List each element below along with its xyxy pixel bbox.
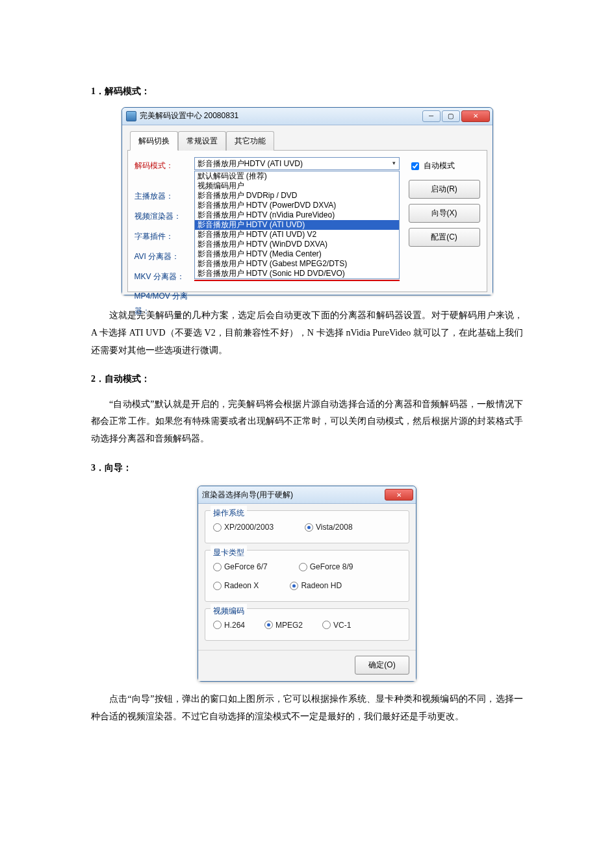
radio-os-xp[interactable]: XP/2000/2003 [213, 520, 274, 535]
group-codec-legend: 视频编码 [211, 604, 247, 619]
label-mkv: MKV 分离器： [134, 268, 194, 284]
ok-button[interactable]: 确定(O) [355, 656, 409, 675]
mode-option[interactable]: 影音播放用户 HDTV (Gabest MPEG2/DTS) [195, 259, 399, 269]
label-mode: 解码模式： [134, 157, 194, 173]
close-icon: ✕ [473, 110, 478, 122]
radio-radeonx[interactable]: Radeon X [213, 578, 259, 593]
os-row: XP/2000/2003 Vista/2008 [213, 520, 401, 535]
gpu-row-2: Radeon X Radeon HD [213, 578, 401, 593]
start-button[interactable]: 启动(R) [409, 180, 480, 199]
dialog-titlebar: 渲染器选择向导(用于硬解) ✕ [198, 486, 416, 504]
mode-option[interactable]: 影音播放用户 HDTV (Sonic HD DVD/EVO) [195, 269, 399, 279]
section-3-heading: 3．向导： [91, 460, 523, 477]
tab-other[interactable]: 其它功能 [226, 131, 274, 151]
window-titlebar: 完美解码设置中心 20080831 ─ ▢ ✕ [122, 108, 492, 125]
tab-strip: 解码切换 常规设置 其它功能 [127, 130, 487, 151]
mode-option[interactable]: 影音播放用户 HDTV (PowerDVD DXVA) [195, 201, 399, 210]
group-os-legend: 操作系统 [211, 506, 247, 521]
radio-label: VC-1 [333, 618, 351, 633]
form-right-column: 自动模式 启动(R) 向导(X) 配置(C) [409, 157, 480, 285]
close-icon: ✕ [396, 489, 402, 501]
dialog-title: 渲染器选择向导(用于硬解) [202, 488, 293, 502]
radio-vc1[interactable]: VC-1 [322, 618, 351, 633]
label-player: 主播放器： [134, 188, 194, 204]
radio-label: Radeon X [224, 578, 259, 593]
settings-window: 完美解码设置中心 20080831 ─ ▢ ✕ 解码切换 常规设置 其它功能 [122, 107, 493, 296]
radio-icon [322, 621, 331, 629]
window-client: 解码切换 常规设置 其它功能 解码模式： 影音播放用户HDTV (ATI UVD… [122, 125, 492, 295]
codec-row: H.264 MPEG2 VC-1 [213, 618, 401, 633]
radio-icon [299, 563, 307, 571]
mode-option[interactable]: 默认解码设置 (推荐) [195, 171, 399, 181]
wizard-dialog: 渲染器选择向导(用于硬解) ✕ 操作系统 XP/2000/2003 [198, 486, 416, 682]
maximize-icon: ▢ [448, 110, 454, 122]
dialog-footer: 确定(O) [198, 650, 416, 681]
radio-label: MPEG2 [275, 618, 303, 633]
mode-option-selected[interactable]: 影音播放用户 HDTV (ATI UVD) [195, 220, 399, 230]
dialog-close-button[interactable]: ✕ [385, 489, 413, 501]
radio-label: GeForce 8/9 [310, 560, 353, 575]
titlebar-left: 完美解码设置中心 20080831 [126, 108, 239, 123]
mode-option[interactable]: 影音播放用户 HDTV (ATI UVD) V2 [195, 230, 399, 240]
section-2-heading: 2．自动模式： [91, 371, 523, 388]
radio-label: XP/2000/2003 [224, 520, 274, 535]
radio-icon [213, 621, 222, 629]
label-mp4: MP4/MOV 分离器： [134, 288, 194, 319]
mode-option[interactable]: 影音播放用户 HDTV (nVidia PureVideo) [195, 210, 399, 220]
dialog-buttons: ✕ [385, 489, 413, 501]
mode-option[interactable]: 影音播放用户 HDTV (Media Center) [195, 249, 399, 259]
paragraph-2: “自动模式”默认就是开启的，完美解码将会根据片源自动选择合适的分离器和音频解码器… [91, 396, 523, 448]
radio-h264[interactable]: H.264 [213, 618, 245, 633]
dialog-titlebar-left: 渲染器选择向导(用于硬解) [202, 488, 293, 502]
radio-label: Vista/2008 [316, 520, 353, 535]
mode-combobox[interactable]: 影音播放用户HDTV (ATI UVD) ▾ [194, 157, 400, 170]
close-button[interactable]: ✕ [461, 110, 490, 122]
document-page: 1．解码模式： 完美解码设置中心 20080831 ─ ▢ ✕ 解 [0, 0, 614, 772]
radio-os-vista[interactable]: Vista/2008 [305, 520, 353, 535]
minimize-icon: ─ [429, 110, 433, 122]
radio-icon [264, 621, 273, 629]
gpu-row-1: GeForce 6/7 GeForce 8/9 [213, 560, 401, 575]
label-subtitle: 字幕插件： [134, 228, 194, 244]
radio-mpeg2[interactable]: MPEG2 [264, 618, 303, 633]
mode-option[interactable]: 影音播放用户 DVDRip / DVD [195, 191, 399, 201]
maximize-button[interactable]: ▢ [442, 110, 460, 122]
window-title: 完美解码设置中心 20080831 [140, 108, 239, 123]
radio-icon [305, 523, 313, 532]
mode-option[interactable]: 视频编码用户 [195, 181, 399, 191]
section-1-heading: 1．解码模式： [91, 83, 523, 101]
form-left-column: 解码模式： 影音播放用户HDTV (ATI UVD) ▾ 默认解码设置 (推荐)… [134, 157, 402, 285]
mode-combo-value: 影音播放用户HDTV (ATI UVD) [198, 157, 303, 170]
tab-general[interactable]: 常规设置 [178, 131, 226, 151]
radio-geforce67[interactable]: GeForce 6/7 [213, 560, 268, 575]
label-avi: AVI 分离器： [134, 248, 194, 264]
radio-radeonhd[interactable]: Radeon HD [290, 578, 342, 593]
auto-mode-checkbox[interactable]: 自动模式 [409, 158, 480, 173]
paragraph-3: 点击“向导”按钮，弹出的窗口如上图所示，它可以根据操作系统、显卡种类和视频编码的… [91, 691, 523, 725]
group-gpu-legend: 显卡类型 [211, 545, 247, 560]
chevron-down-icon: ▾ [389, 158, 399, 168]
radio-icon [213, 563, 222, 571]
wizard-button[interactable]: 向导(X) [409, 204, 480, 223]
mode-combo-wrap: 影音播放用户HDTV (ATI UVD) ▾ 默认解码设置 (推荐) 视频编码用… [194, 157, 400, 281]
window-buttons: ─ ▢ ✕ [422, 110, 490, 122]
radio-icon [290, 582, 298, 590]
auto-mode-check[interactable] [411, 162, 419, 170]
label-renderer: 视频渲染器： [134, 208, 194, 224]
radio-icon [213, 523, 222, 532]
config-button[interactable]: 配置(C) [409, 228, 480, 247]
mode-dropdown-list: 默认解码设置 (推荐) 视频编码用户 影音播放用户 DVDRip / DVD 影… [194, 171, 400, 279]
radio-label: GeForce 6/7 [224, 560, 268, 575]
app-icon [126, 111, 136, 121]
mode-option[interactable]: 影音播放用户 HDTV (WinDVD DXVA) [195, 240, 399, 249]
tab-body: 解码模式： 影音播放用户HDTV (ATI UVD) ▾ 默认解码设置 (推荐)… [127, 151, 487, 292]
radio-icon [213, 582, 222, 590]
tab-decode[interactable]: 解码切换 [130, 131, 178, 151]
group-codec: 视频编码 H.264 MPEG2 VC-1 [205, 608, 409, 641]
auto-mode-label: 自动模式 [424, 158, 455, 173]
minimize-button[interactable]: ─ [422, 110, 441, 122]
group-gpu: 显卡类型 GeForce 6/7 GeForce 8/9 Radeon X [205, 550, 409, 602]
radio-label: H.264 [224, 618, 245, 633]
radio-geforce89[interactable]: GeForce 8/9 [299, 560, 353, 575]
group-os: 操作系统 XP/2000/2003 Vista/2008 [205, 510, 409, 543]
